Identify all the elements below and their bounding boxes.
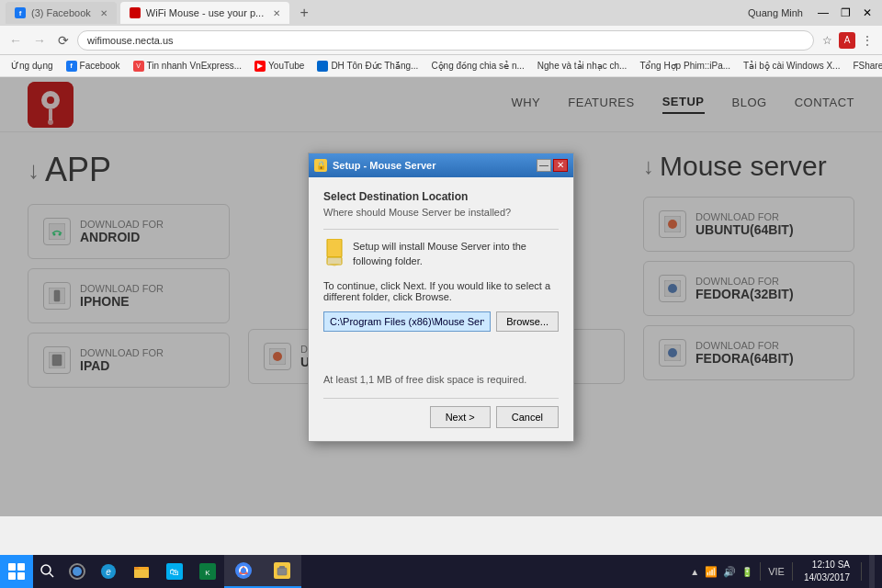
time-display[interactable]: 12:10 SA 14/03/2017 xyxy=(800,559,854,584)
bookmark-vn-label: Tin nhanh VnExpress... xyxy=(147,61,243,71)
svg-rect-38 xyxy=(279,566,285,569)
modal-browse-button[interactable]: Browse... xyxy=(496,311,559,332)
title-bar: f (3) Facebook ✕ WiFi Mouse - use your p… xyxy=(0,0,882,26)
taskbar-store[interactable]: 🛍 xyxy=(158,555,191,588)
modal-path-row: Browse... xyxy=(323,311,559,332)
bookmark-nhac-label: Nghe và tải nhạc ch... xyxy=(537,61,628,71)
svg-text:K: K xyxy=(205,569,210,577)
modal-info-icon xyxy=(323,239,345,271)
forward-button[interactable]: → xyxy=(29,30,50,51)
modal-info-text: Setup will install Mouse Server into the… xyxy=(353,239,559,269)
lang-indicator[interactable]: VIE xyxy=(768,566,785,577)
restore-button[interactable]: ❐ xyxy=(836,5,854,21)
modal-info-box: Setup will install Mouse Server into the… xyxy=(323,239,559,271)
svg-point-23 xyxy=(41,565,51,574)
modal-body: Select Destination Location Where should… xyxy=(309,177,573,441)
taskbar-setup[interactable] xyxy=(263,555,301,588)
new-tab-button[interactable]: + xyxy=(293,2,315,24)
modal-section-subtitle: Where should Mouse Server be installed? xyxy=(323,207,559,218)
tray-speaker-icon[interactable]: 🔊 xyxy=(723,566,736,578)
bookmark-dh-icon xyxy=(317,61,328,72)
modal-path-input[interactable] xyxy=(323,311,491,332)
bookmark-phim-label: Tổng Hợp Phim::iPa... xyxy=(639,61,730,71)
bookmark-fshare-label: FShare - Outlast-REL... xyxy=(853,61,882,71)
taskbar-divider3 xyxy=(861,562,862,581)
modal-next-button[interactable]: Next > xyxy=(430,406,491,428)
minimize-button[interactable]: — xyxy=(814,5,832,21)
tab-facebook-label: (3) Facebook xyxy=(31,7,91,18)
bookmark-star[interactable]: ☆ xyxy=(818,31,836,50)
svg-text:🛍: 🛍 xyxy=(170,567,179,577)
bookmark-windows-label: Tải bộ cài Windows X... xyxy=(743,61,840,71)
reload-button[interactable]: ⟳ xyxy=(53,30,74,51)
svg-rect-28 xyxy=(134,570,149,578)
bookmarks-bar: Ứng dụng f Facebook V Tin nhanh VnExpres… xyxy=(0,55,882,77)
bookmark-apps[interactable]: Ứng dụng xyxy=(6,59,59,73)
modal-title-text: Setup - Mouse Server xyxy=(333,160,435,171)
taskbar-divider2 xyxy=(792,562,793,581)
bookmark-phim[interactable]: Tổng Hợp Phim::iPa... xyxy=(634,59,736,73)
taskbar-search[interactable] xyxy=(33,555,62,588)
bookmark-facebook[interactable]: f Facebook xyxy=(61,59,126,74)
bookmark-fshare[interactable]: FShare - Outlast-REL... xyxy=(847,59,882,73)
bookmark-dh[interactable]: DH Tôn Đức Thắng... xyxy=(311,59,424,74)
show-desktop[interactable] xyxy=(869,555,875,588)
bookmark-cong-dong[interactable]: Cộng đồng chia sẻ n... xyxy=(425,59,529,73)
tray-wifi-icon[interactable]: 📶 xyxy=(705,566,718,578)
extensions-button[interactable]: A xyxy=(839,32,855,49)
svg-rect-20 xyxy=(327,239,342,257)
tab-wifi-close[interactable]: ✕ xyxy=(273,8,280,18)
tab-wifi[interactable]: WiFi Mouse - use your p... ✕ xyxy=(120,2,289,24)
menu-button[interactable]: ⋮ xyxy=(858,31,876,50)
taskbar-kaspersky[interactable]: K xyxy=(191,555,224,588)
svg-rect-37 xyxy=(277,568,287,575)
nav-bar: ← → ⟳ wifimouse.necta.us ☆ A ⋮ xyxy=(0,26,882,55)
bookmark-nhac[interactable]: Nghe và tải nhạc ch... xyxy=(532,59,633,73)
bookmark-youtube-label: YouTube xyxy=(268,61,304,71)
modal-minimize[interactable]: — xyxy=(537,159,551,172)
sys-tray: ▲ 📶 🔊 🔋 xyxy=(690,566,752,578)
bookmark-dh-label: DH Tôn Đức Thắng... xyxy=(331,61,418,71)
bookmark-vn[interactable]: V Tin nhanh VnExpress... xyxy=(128,59,248,74)
tab-wifi-label: WiFi Mouse - use your p... xyxy=(146,7,264,18)
setup-modal: 🔒 Setup - Mouse Server — ✕ Select Destin… xyxy=(308,153,574,442)
date-text: 14/03/2017 xyxy=(804,571,850,584)
tray-up-icon[interactable]: ▲ xyxy=(690,567,699,577)
taskbar-divider xyxy=(760,562,761,581)
taskbar-cortana[interactable] xyxy=(62,555,92,588)
user-name: Quang Minh xyxy=(748,7,803,18)
svg-line-24 xyxy=(50,573,53,577)
tab-facebook[interactable]: f (3) Facebook ✕ xyxy=(6,2,117,24)
modal-disk-text: At least 1,1 MB of free disk space is re… xyxy=(323,374,559,385)
url-text: wifimouse.necta.us xyxy=(87,35,174,46)
modal-spacer xyxy=(323,346,559,374)
modal-instruction: To continue, click Next. If you would li… xyxy=(323,280,559,302)
fb-favicon: f xyxy=(15,7,26,18)
taskbar-explorer[interactable] xyxy=(125,555,158,588)
modal-title-icon: 🔒 xyxy=(314,159,327,172)
tab-facebook-close[interactable]: ✕ xyxy=(100,8,107,18)
bookmark-cong-dong-label: Cộng đồng chia sẻ n... xyxy=(431,61,524,71)
modal-overlay: 🔒 Setup - Mouse Server — ✕ Select Destin… xyxy=(0,77,882,516)
modal-close[interactable]: ✕ xyxy=(553,159,568,172)
modal-cancel-button[interactable]: Cancel xyxy=(496,406,559,428)
svg-point-35 xyxy=(241,568,246,573)
close-button[interactable]: ✕ xyxy=(858,5,876,21)
tray-battery-icon[interactable]: 🔋 xyxy=(741,567,752,577)
modal-footer: Next > Cancel xyxy=(323,398,559,428)
start-button[interactable] xyxy=(0,555,33,588)
bookmark-youtube[interactable]: ▶ YouTube xyxy=(249,59,310,74)
taskbar-chrome[interactable] xyxy=(224,555,263,588)
bookmark-youtube-icon: ▶ xyxy=(254,61,266,72)
bookmark-windows[interactable]: Tải bộ cài Windows X... xyxy=(738,59,845,73)
taskbar-ie[interactable]: e xyxy=(92,555,125,588)
svg-text:e: e xyxy=(106,567,111,577)
time-text: 12:10 SA xyxy=(804,559,850,571)
browser-window: f (3) Facebook ✕ WiFi Mouse - use your p… xyxy=(0,0,882,588)
modal-section-title: Select Destination Location xyxy=(323,190,559,203)
bookmark-facebook-label: Facebook xyxy=(80,61,120,71)
modal-titlebar: 🔒 Setup - Mouse Server — ✕ xyxy=(309,153,573,177)
bookmark-apps-label: Ứng dụng xyxy=(11,61,53,71)
back-button[interactable]: ← xyxy=(6,30,26,51)
url-bar[interactable]: wifimouse.necta.us xyxy=(77,30,814,51)
